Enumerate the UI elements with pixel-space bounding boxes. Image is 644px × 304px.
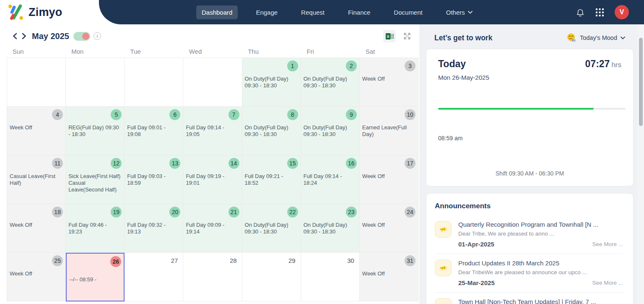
calendar-day-cell-10[interactable]: 10Earned Leave(Full Day) [360, 107, 418, 155]
see-more-link[interactable]: See More ... [592, 241, 623, 247]
calendar-day-cell-27[interactable]: 27 [125, 253, 183, 301]
day-number-badge: 21 [229, 207, 239, 218]
brand-name: Zimyo [29, 6, 62, 19]
calendar-day-cell-6[interactable]: 6Full Day 09:01 - 19:08 [125, 107, 183, 155]
calendar-day-cell-31[interactable]: 31Week Off [360, 253, 418, 301]
announcements-card: Announcements Quarterly Recognition Prog… [426, 193, 634, 304]
calendar-day-cell-3[interactable]: 3Week Off [360, 58, 418, 107]
day-number-badge: 19 [111, 207, 122, 218]
calendar-day-cell-2[interactable]: 2On Duty(Full Day) 09:30 - 18:30 [301, 58, 360, 107]
top-navbar: Zimyo DashboardEngageRequestFinanceDocum… [0, 0, 644, 24]
calendar-empty-cell [125, 58, 183, 107]
work-timer-card: Today Mon 26-May-2025 07:27 hrs 08:59 am… [426, 49, 634, 186]
brand-logo[interactable]: Zimyo [8, 4, 62, 21]
weekday-label: Sun [7, 46, 65, 58]
announcement-preview: Dear TribeWe are pleased to announce our… [458, 269, 623, 275]
day-event-text: Sick Leave(First Half)Casual Leave(Secon… [68, 173, 122, 193]
day-number-badge: 9 [346, 109, 357, 120]
calendar-day-cell-1[interactable]: 1On Duty(Full Day) 09:30 - 18:30 [242, 58, 301, 107]
calendar-day-cell-8[interactable]: 8On Duty(Full Day) 09:30 - 18:30 [242, 107, 301, 155]
calendar-day-cell-30[interactable]: 30 [301, 253, 360, 301]
nav-item-dashboard[interactable]: Dashboard [196, 5, 238, 19]
calendar-day-cell-12[interactable]: 12Sick Leave(First Half)Casual Leave(Sec… [66, 155, 125, 204]
nav-item-label: Finance [348, 9, 370, 16]
calendar-day-cell-22[interactable]: 22On Duty(Full Day) 09:30 - 18:30 [242, 204, 301, 253]
calendar-day-cell-25[interactable]: 25Week Off [7, 253, 66, 301]
day-number-badge: 10 [405, 109, 415, 120]
announcement-item: Town Hall [Non-Tech Team Updates] | Frid… [435, 292, 623, 304]
chevron-left-icon[interactable] [10, 31, 19, 41]
day-number: 27 [127, 255, 180, 264]
announcement-preview: Dear Tribe, We are pleased to anno ... [458, 231, 623, 237]
calendar-day-cell-14[interactable]: 14Full Day 09:19 - 19:01 [183, 155, 242, 204]
calendar-day-cell-5[interactable]: 5REG(Full Day) 09:30 - 18:30 [66, 107, 125, 155]
calendar-grid: 1On Duty(Full Day) 09:30 - 18:302On Duty… [7, 58, 418, 301]
grid-icon[interactable] [596, 8, 604, 16]
page-scrollbar-track[interactable] [637, 24, 644, 304]
day-event-text: Full Day 09:19 - 19:01 [186, 173, 239, 186]
calendar-day-cell-4[interactable]: 4Week Off [7, 107, 66, 155]
day-number-badge: 16 [346, 158, 357, 169]
chevron-down-icon [468, 11, 473, 14]
mood-emoji [566, 33, 576, 43]
announcement-title[interactable]: Product Updates II 28th March 2025 [458, 259, 623, 267]
calendar-day-cell-26[interactable]: 26--/-- 08:59 - [66, 253, 125, 301]
todays-mood-dropdown[interactable]: Today's Mood [566, 33, 625, 43]
nav-item-engage[interactable]: Engage [250, 5, 283, 19]
calendar-day-cell-13[interactable]: 13Full Day 09:03 - 18:59 [125, 155, 183, 204]
day-number-badge: 20 [169, 207, 180, 218]
calendar-empty-cell [7, 58, 66, 107]
announcement-title[interactable]: Quarterly Recognition Program and Townha… [458, 221, 623, 228]
zimyo-logo-icon [8, 4, 24, 21]
user-avatar[interactable]: V [615, 5, 629, 19]
day-event-text: Full Day 09:01 - 19:08 [127, 124, 180, 138]
day-number-badge: 5 [111, 109, 122, 120]
calendar-day-cell-17[interactable]: 17Week Off [360, 155, 418, 204]
worked-hours-unit: hrs [611, 61, 621, 69]
calendar-week-row: 25Week Off26--/-- 08:59 -2728293031Week … [7, 253, 418, 301]
calendar-day-cell-9[interactable]: 9On Duty(Full Day) 09:30 - 18:30 [301, 107, 360, 155]
nav-item-document[interactable]: Document [388, 5, 428, 19]
day-number-badge: 13 [169, 158, 180, 169]
day-number-badge: 4 [52, 109, 63, 120]
nav-item-label: Others [446, 9, 465, 16]
calendar-day-cell-7[interactable]: 7Full Day 09:14 - 19:05 [183, 107, 242, 155]
shift-progress-bar [438, 108, 626, 110]
announcement-item: Quarterly Recognition Program and Townha… [435, 215, 623, 254]
calendar-day-cell-28[interactable]: 28 [183, 253, 242, 301]
work-panel-title: Let’s get to work [434, 34, 492, 42]
calendar-day-cell-24[interactable]: 24Week Off [360, 204, 418, 253]
calendar-day-cell-19[interactable]: 19Full Day 09:46 - 19:23 [66, 204, 125, 253]
calendar-day-cell-18[interactable]: 18Week Off [7, 204, 66, 253]
calendar-view-toggle[interactable] [73, 32, 90, 41]
day-event-text: On Duty(Full Day) 09:30 - 18:30 [245, 222, 298, 235]
calendar-day-cell-16[interactable]: 16Full Day 09:14 - 18:24 [301, 155, 360, 204]
chevron-right-icon[interactable] [19, 31, 29, 41]
announcement-title[interactable]: Town Hall [Non-Tech Team Updates] | Frid… [458, 298, 623, 304]
calendar-day-cell-21[interactable]: 21Full Day 09:09 - 19:14 [183, 204, 242, 253]
excel-export-icon[interactable]: X [383, 30, 396, 42]
calendar-day-cell-29[interactable]: 29 [242, 253, 301, 301]
calendar-day-cell-15[interactable]: 15Full Day 09:21 - 18:52 [242, 155, 301, 204]
page-scrollbar-thumb[interactable] [639, 38, 643, 126]
nav-item-others[interactable]: Others [441, 5, 478, 19]
day-number: 29 [245, 255, 298, 264]
weekday-header-row: SunMonTueWedThuFriSat [7, 46, 418, 58]
calendar-week-row: 4Week Off5REG(Full Day) 09:30 - 18:306Fu… [7, 107, 418, 155]
info-icon[interactable]: i [93, 32, 101, 40]
calendar-day-cell-11[interactable]: 11Casual Leave(First Half) [7, 155, 66, 204]
calendar-day-cell-20[interactable]: 20Full Day 09:32 - 19:13 [125, 204, 183, 253]
calendar-day-cell-23[interactable]: 23On Duty(Full Day) 09:30 - 18:30 [301, 204, 360, 253]
see-more-link[interactable]: See More ... [592, 280, 623, 286]
app-root: Zimyo DashboardEngageRequestFinanceDocum… [0, 0, 644, 304]
expand-icon[interactable] [402, 31, 413, 42]
nav-item-finance[interactable]: Finance [343, 5, 376, 19]
announcements-list: Quarterly Recognition Program and Townha… [435, 215, 623, 304]
navbar-right: V [576, 0, 629, 24]
calendar-week-row: 11Casual Leave(First Half)12Sick Leave(F… [7, 155, 418, 204]
toggle-knob [82, 33, 89, 40]
shift-progress-fill [438, 108, 594, 110]
bell-icon[interactable] [576, 8, 585, 17]
nav-item-request[interactable]: Request [296, 5, 330, 19]
day-event-text: On Duty(Full Day) 09:30 - 18:30 [304, 124, 357, 138]
